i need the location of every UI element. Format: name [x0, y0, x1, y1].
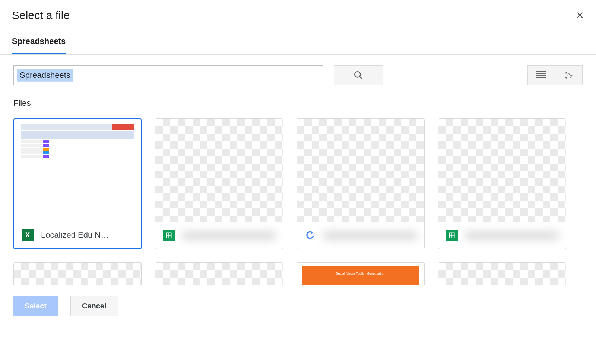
svg-point-0: [355, 72, 360, 77]
file-name-redacted: [465, 231, 558, 240]
file-name-redacted: [324, 231, 417, 240]
search-input-wrap[interactable]: Spreadsheets: [13, 65, 323, 85]
files-area[interactable]: Files X Localized Edu N…: [0, 94, 596, 288]
tab-spreadsheets[interactable]: Spreadsheets: [12, 37, 66, 54]
file-card[interactable]: [13, 262, 142, 288]
file-thumbnail: [155, 263, 283, 288]
search-button[interactable]: [334, 65, 383, 85]
file-card[interactable]: [155, 262, 283, 288]
file-thumbnail: [14, 119, 141, 222]
sort-az-icon: A Z: [564, 70, 574, 80]
view-controls: A Z: [527, 65, 583, 85]
file-name-redacted: [182, 231, 275, 240]
svg-marker-5: [565, 77, 567, 79]
svg-text:Z: Z: [570, 75, 573, 79]
search-row: Spreadsheets A Z: [0, 55, 596, 94]
close-icon: ✕: [576, 10, 584, 21]
sheets-icon: [446, 230, 458, 241]
file-card[interactable]: X Localized Edu N…: [13, 118, 142, 249]
search-icon: [354, 70, 363, 80]
file-thumbnail: [297, 119, 424, 222]
search-filter-chip[interactable]: Spreadsheets: [17, 69, 73, 82]
file-name: Localized Edu N…: [41, 230, 133, 240]
dialog-footer: Select Cancel: [0, 285, 596, 327]
files-grid: X Localized Edu N…: [0, 108, 596, 288]
sheets-icon: [163, 230, 175, 241]
file-thumbnail: [155, 119, 283, 222]
list-view-button[interactable]: [527, 65, 555, 85]
file-thumbnail: Social Media Toolkit Monetization: [297, 263, 424, 288]
sort-button[interactable]: A Z: [555, 65, 583, 85]
cancel-button[interactable]: Cancel: [70, 296, 118, 316]
list-view-icon: [536, 71, 546, 79]
file-footer: [297, 222, 424, 249]
file-thumbnail: [438, 263, 566, 288]
file-thumbnail: [14, 263, 141, 288]
file-card[interactable]: [155, 118, 283, 249]
file-card[interactable]: [438, 118, 566, 249]
svg-text:A: A: [567, 72, 570, 76]
tabs-bar: Spreadsheets: [0, 37, 596, 55]
file-footer: [438, 222, 566, 249]
file-card[interactable]: Social Media Toolkit Monetization: [297, 262, 425, 288]
excel-icon: X: [22, 229, 34, 241]
file-footer: [155, 222, 283, 249]
orange-template-title: Social Media Toolkit Monetization: [302, 266, 419, 288]
close-button[interactable]: ✕: [576, 10, 584, 20]
svg-line-1: [359, 76, 362, 79]
files-section-label: Files: [0, 94, 596, 108]
dialog-title: Select a file: [12, 9, 584, 22]
file-card[interactable]: [438, 262, 566, 288]
apps-script-icon: [304, 230, 316, 241]
file-thumbnail: [438, 119, 566, 222]
file-card[interactable]: [297, 118, 425, 249]
dialog-header: Select a file ✕: [0, 0, 596, 22]
svg-marker-4: [565, 72, 567, 74]
select-button[interactable]: Select: [13, 296, 58, 316]
file-footer: X Localized Edu N…: [14, 222, 141, 248]
